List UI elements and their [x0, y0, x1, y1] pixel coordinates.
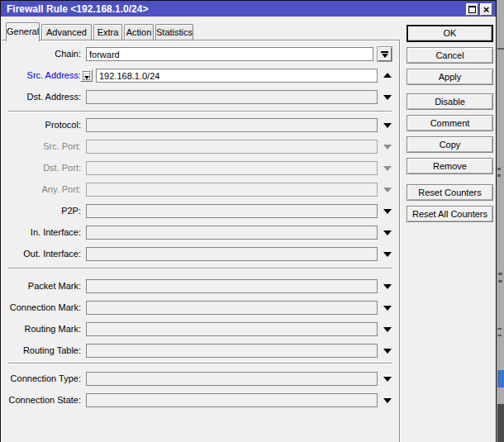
window-title: Firewall Rule <192.168.1.0/24>: [7, 3, 148, 15]
tab-action[interactable]: Action: [124, 24, 154, 40]
maximize-button[interactable]: [466, 3, 478, 16]
routing-table-expand-arrow[interactable]: [383, 349, 392, 354]
protocol-label: Protocol:: [2, 118, 81, 132]
p2p-label: P2P:: [2, 204, 81, 218]
src-port-input: [86, 140, 378, 154]
src-address-invert-toggle[interactable]: [80, 69, 93, 82]
screen: Firewall Rule <192.168.1.0/24> × General…: [0, 0, 504, 442]
routing-table-input[interactable]: [86, 344, 378, 358]
background-dark-panel: [497, 404, 504, 442]
close-icon: ×: [483, 5, 490, 14]
copy-button[interactable]: Copy: [407, 136, 493, 153]
dst-address-expand-arrow[interactable]: [383, 95, 392, 100]
background-window-edge: [497, 0, 504, 442]
dst-port-expand-arrow: [383, 166, 392, 171]
out-interface-input[interactable]: [86, 247, 378, 261]
routing-table-label: Routing Table:: [2, 344, 81, 358]
connection-mark-expand-arrow[interactable]: [383, 306, 392, 311]
in-interface-input[interactable]: [86, 226, 378, 240]
window-titlebar[interactable]: Firewall Rule <192.168.1.0/24>: [1, 1, 496, 17]
any-port-expand-arrow: [383, 188, 392, 192]
packet-mark-input[interactable]: [86, 279, 378, 293]
separator: [8, 268, 392, 269]
src-address-collapse-arrow[interactable]: [383, 73, 392, 78]
routing-mark-expand-arrow[interactable]: [383, 327, 392, 332]
src-address-input[interactable]: [96, 69, 378, 83]
connection-state-input[interactable]: [86, 393, 378, 407]
p2p-input[interactable]: [86, 204, 378, 218]
reset-counters-button[interactable]: Reset Counters: [407, 184, 493, 201]
protocol-expand-arrow[interactable]: [383, 123, 392, 128]
in-interface-label: In. Interface:: [2, 226, 81, 240]
tab-advanced[interactable]: Advanced: [41, 24, 92, 40]
any-port-label: Any. Port:: [2, 183, 81, 197]
apply-button[interactable]: Apply: [407, 69, 493, 85]
chain-label: Chain:: [2, 47, 81, 61]
chain-dropdown-button[interactable]: [378, 47, 392, 61]
connection-type-label: Connection Type:: [2, 372, 81, 386]
tab-general[interactable]: General: [6, 22, 40, 41]
connection-mark-input[interactable]: [86, 301, 378, 315]
connection-type-input[interactable]: [86, 372, 378, 386]
negate-icon: [83, 71, 90, 80]
protocol-input[interactable]: [86, 118, 378, 132]
out-interface-label: Out. Interface:: [2, 247, 81, 261]
cancel-button[interactable]: Cancel: [407, 47, 493, 64]
reset-all-counters-button[interactable]: Reset All Counters: [407, 206, 493, 222]
routing-mark-label: Routing Mark:: [2, 322, 81, 336]
separator: [8, 363, 392, 364]
dst-address-input[interactable]: [86, 90, 378, 104]
separator: [8, 111, 392, 112]
disable-button[interactable]: Disable: [407, 93, 493, 110]
maximize-icon: [468, 6, 476, 13]
dst-port-label: Dst. Port:: [2, 161, 81, 175]
src-port-label: Src. Port:: [2, 140, 81, 154]
src-address-label: Src. Address:: [2, 69, 81, 83]
form-buttons-divider: [399, 40, 401, 442]
out-interface-expand-arrow[interactable]: [383, 252, 392, 257]
packet-mark-label: Packet Mark:: [2, 279, 81, 293]
p2p-expand-arrow[interactable]: [383, 209, 392, 214]
connection-type-expand-arrow[interactable]: [383, 377, 392, 382]
routing-mark-input[interactable]: [86, 322, 378, 336]
tab-statistics[interactable]: Statistics: [155, 24, 193, 40]
connection-state-label: Connection State:: [2, 393, 81, 407]
connection-state-expand-arrow[interactable]: [383, 398, 392, 403]
chain-input[interactable]: [86, 47, 373, 61]
remove-button[interactable]: Remove: [407, 158, 493, 174]
dst-address-label: Dst. Address:: [2, 90, 81, 104]
src-port-expand-arrow: [383, 145, 392, 150]
tab-extra[interactable]: Extra: [93, 24, 122, 40]
comment-button[interactable]: Comment: [407, 115, 493, 131]
dropdown-arrow-icon: [381, 51, 388, 53]
background-selection-row: [497, 370, 504, 387]
close-button[interactable]: ×: [480, 3, 492, 16]
tab-content-edge: [2, 40, 399, 41]
in-interface-expand-arrow[interactable]: [383, 231, 392, 235]
any-port-input: [86, 183, 378, 197]
ok-button[interactable]: OK: [407, 25, 493, 42]
packet-mark-expand-arrow[interactable]: [383, 284, 392, 289]
dst-port-input: [86, 161, 378, 175]
connection-mark-label: Connection Mark:: [2, 301, 81, 315]
